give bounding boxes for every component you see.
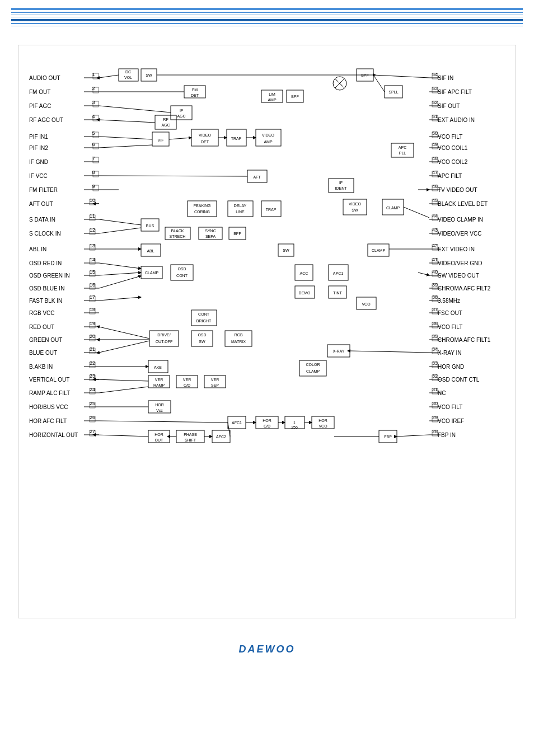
svg-text:DET: DET — [201, 140, 209, 144]
svg-text:41: 41 — [432, 257, 438, 262]
svg-text:VER: VER — [183, 378, 191, 382]
svg-text:BPF: BPF — [233, 232, 241, 236]
svg-text:VCO IREF: VCO IREF — [438, 418, 464, 424]
svg-text:APC: APC — [399, 145, 406, 149]
svg-text:3: 3 — [92, 100, 95, 105]
svg-text:ACC: ACC — [300, 271, 308, 275]
svg-text:OSD: OSD — [198, 333, 206, 337]
svg-text:BLUE OUT: BLUE OUT — [29, 350, 57, 356]
svg-text:47: 47 — [432, 170, 438, 175]
svg-text:ABL: ABL — [147, 249, 154, 253]
svg-text:AFT OUT: AFT OUT — [29, 201, 53, 207]
header-stripes — [0, 0, 534, 34]
stripe-1 — [11, 8, 523, 10]
svg-text:VCO COIL2: VCO COIL2 — [438, 159, 468, 165]
svg-text:COLOR: COLOR — [306, 363, 320, 367]
svg-text:VCO FILT: VCO FILT — [438, 134, 462, 140]
svg-text:48: 48 — [432, 156, 438, 161]
svg-text:PIF IN2: PIF IN2 — [29, 145, 48, 151]
svg-text:40: 40 — [432, 269, 438, 275]
svg-line-376 — [99, 276, 141, 288]
svg-text:18: 18 — [90, 307, 95, 312]
svg-text:32: 32 — [432, 373, 438, 379]
svg-text:43: 43 — [432, 227, 438, 233]
svg-text:FM OUT: FM OUT — [29, 89, 50, 95]
stripe-4 — [11, 17, 523, 17]
svg-text:42: 42 — [432, 243, 438, 248]
svg-text:DELAY: DELAY — [234, 204, 247, 208]
svg-text:AGC: AGC — [177, 114, 185, 118]
svg-text:TRAP: TRAP — [266, 208, 277, 212]
svg-text:17: 17 — [90, 294, 95, 300]
svg-text:EXT AUDIO IN: EXT AUDIO IN — [438, 117, 475, 123]
svg-line-388 — [404, 207, 429, 218]
svg-text:Vcc: Vcc — [156, 408, 163, 412]
svg-text:44: 44 — [432, 213, 438, 219]
svg-text:CLAMP: CLAMP — [306, 369, 320, 373]
svg-text:TRAP: TRAP — [231, 137, 242, 140]
svg-text:HOR: HOR — [155, 403, 164, 407]
svg-text:10: 10 — [90, 198, 95, 203]
svg-text:TINT: TINT — [333, 291, 342, 295]
svg-text:256: 256 — [291, 425, 298, 429]
svg-text:15: 15 — [90, 269, 95, 275]
svg-text:OSD: OSD — [177, 267, 186, 271]
svg-text:AFC2: AFC2 — [216, 435, 226, 439]
block-diagram-svg: AUDIO OUT 1 FM OUT 2 PIF AGC 3 RF AGC OU… — [24, 57, 510, 605]
svg-text:HOR: HOR — [318, 419, 327, 422]
svg-text:VIDEO CLAMP IN: VIDEO CLAMP IN — [438, 217, 483, 223]
svg-text:CHROMA AFC FILT1: CHROMA AFC FILT1 — [438, 337, 491, 343]
svg-text:OSD BLUE IN: OSD BLUE IN — [29, 285, 64, 292]
svg-text:PHASE: PHASE — [184, 433, 197, 436]
svg-text:CLAMP: CLAMP — [372, 248, 385, 252]
svg-text:SW: SW — [283, 248, 289, 252]
svg-text:LINE: LINE — [236, 210, 245, 214]
svg-text:CHROMA AFC FILT2: CHROMA AFC FILT2 — [438, 285, 491, 292]
svg-text:4: 4 — [92, 114, 95, 119]
svg-text:VER: VER — [155, 378, 163, 382]
stripe-7 — [11, 26, 523, 26]
svg-text:CONT: CONT — [176, 274, 188, 278]
svg-line-364 — [99, 145, 152, 148]
svg-text:OSD CONT CTL: OSD CONT CTL — [438, 377, 480, 383]
svg-line-378 — [99, 327, 149, 339]
svg-text:SHIFT: SHIFT — [185, 438, 196, 442]
svg-text:RF AGC OUT: RF AGC OUT — [29, 117, 63, 123]
svg-text:PIF IN1: PIF IN1 — [29, 134, 48, 140]
svg-text:B.AKB IN: B.AKB IN — [29, 364, 53, 370]
stripe-2 — [11, 12, 523, 13]
svg-text:22: 22 — [90, 360, 95, 366]
svg-text:1: 1 — [293, 421, 296, 425]
svg-text:SYNC: SYNC — [205, 229, 216, 233]
svg-text:19: 19 — [90, 321, 95, 326]
svg-text:SW: SW — [146, 73, 152, 77]
svg-text:OUT-OFF: OUT-OFF — [156, 340, 173, 344]
svg-text:RAMP ALC FILT: RAMP ALC FILT — [29, 390, 70, 396]
svg-text:23: 23 — [90, 373, 95, 379]
svg-text:50: 50 — [432, 130, 438, 136]
svg-text:VOL: VOL — [124, 76, 132, 79]
svg-line-377 — [99, 297, 141, 300]
svg-text:45: 45 — [432, 198, 438, 203]
svg-line-374 — [99, 263, 141, 269]
svg-text:16: 16 — [90, 282, 95, 288]
svg-text:VIDEO/VER VCC: VIDEO/VER VCC — [438, 231, 481, 237]
stripe-6 — [11, 23, 523, 24]
svg-text:2: 2 — [92, 86, 95, 91]
brand-logo: DAEWOO — [239, 644, 296, 655]
svg-text:24: 24 — [90, 387, 95, 392]
svg-line-362 — [99, 120, 155, 123]
svg-text:S CLOCK IN: S CLOCK IN — [29, 231, 61, 237]
svg-text:FAST BLK IN: FAST BLK IN — [29, 298, 62, 304]
svg-text:VCO: VCO — [318, 424, 327, 428]
svg-text:SW: SW — [199, 340, 205, 344]
svg-text:STRECH: STRECH — [170, 234, 186, 238]
svg-text:28: 28 — [432, 429, 438, 434]
svg-text:VCO: VCO — [362, 302, 371, 306]
svg-text:CLAMP: CLAMP — [145, 271, 158, 275]
svg-text:DRIVE/: DRIVE/ — [157, 333, 170, 337]
svg-text:RF: RF — [163, 118, 168, 121]
svg-text:34: 34 — [432, 346, 438, 352]
stripe-5 — [11, 19, 523, 21]
svg-text:20: 20 — [90, 334, 95, 339]
